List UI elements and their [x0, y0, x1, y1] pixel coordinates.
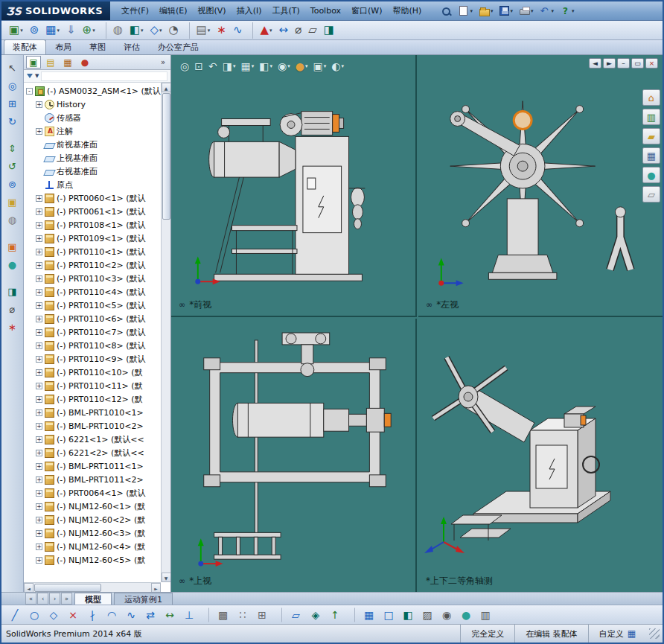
- save-icon[interactable]: ▾: [497, 4, 515, 17]
- pan-icon[interactable]: ⊞: [4, 97, 21, 111]
- viewport-single-icon[interactable]: □: [381, 608, 396, 622]
- tab-scroll-button[interactable]: »: [61, 593, 72, 605]
- display-style-icon[interactable]: ▨: [420, 608, 435, 622]
- sketch-relations-icon[interactable]: ⊥: [182, 608, 197, 622]
- menubar-item[interactable]: Toolbox: [305, 4, 346, 18]
- expand-toggle[interactable]: +: [36, 517, 42, 523]
- viewport-pane-left[interactable]: ∞ *左视: [418, 55, 663, 317]
- custom-properties-icon[interactable]: ▱: [642, 186, 660, 203]
- scroll-left-icon[interactable]: ◄: [24, 583, 33, 593]
- scene-icon[interactable]: ▥: [478, 608, 493, 622]
- clearance-verification-icon[interactable]: ↔: [278, 22, 290, 39]
- section-view-icon[interactable]: ◨ ▾: [223, 61, 236, 71]
- expand-toggle[interactable]: +: [36, 409, 42, 416]
- expand-toggle[interactable]: +: [36, 235, 42, 242]
- tab-scroll-button[interactable]: ‹: [37, 593, 48, 605]
- tree-item[interactable]: + (-) BML-PRT1010<1>: [24, 406, 161, 419]
- close-icon[interactable]: ×: [645, 58, 658, 68]
- menubar-item[interactable]: 文件(F): [116, 3, 154, 19]
- appearances-icon[interactable]: ●: [459, 608, 473, 622]
- scroll-down-icon[interactable]: ▼: [162, 573, 171, 582]
- viewport-pane-isometric[interactable]: *上下二等角轴测: [418, 319, 663, 592]
- tree-item[interactable]: + (-) PRT0110<1> (默认: [24, 245, 161, 258]
- isolate-icon[interactable]: ▣: [4, 240, 21, 254]
- tab-scroll-button[interactable]: «: [25, 593, 36, 605]
- tree-item[interactable]: + (-) PRT0110<2> (默认: [24, 258, 161, 272]
- tab-scroll-button[interactable]: ›: [49, 593, 60, 605]
- expand-toggle[interactable]: +: [36, 557, 42, 564]
- tree-item[interactable]: + (-) NLJM12-60<4> (默: [24, 540, 161, 553]
- new-document-icon[interactable]: ▾: [456, 4, 475, 17]
- hide-show-items-icon[interactable]: ◉ ▾: [278, 61, 290, 71]
- explode-line-sketch-icon[interactable]: ∿: [232, 22, 244, 39]
- expand-toggle[interactable]: +: [36, 423, 42, 430]
- move-component-icon[interactable]: ⊕ ▾: [81, 22, 97, 39]
- tree-item[interactable]: + (-) NLJM12-60<2> (默: [24, 513, 161, 526]
- view-settings-icon[interactable]: ◐ ▾: [331, 61, 344, 71]
- tree-item[interactable]: + (-) BML-PRT1011<2>: [24, 473, 161, 486]
- tree-item[interactable]: + (-) PRT0064<1> (默认: [24, 486, 161, 500]
- sketch-line-icon[interactable]: ╱: [7, 608, 22, 622]
- solidworks-resources-icon[interactable]: ⌂: [642, 89, 660, 106]
- move-component-icon[interactable]: ⇕: [4, 141, 21, 156]
- design-library-icon[interactable]: ▥: [642, 109, 660, 125]
- expand-toggle[interactable]: [36, 155, 42, 162]
- expand-toggle[interactable]: +: [36, 463, 42, 470]
- quick-snaps-icon[interactable]: ⊞: [255, 608, 269, 622]
- expand-toggle[interactable]: +: [36, 342, 42, 349]
- filter-funnel-icon[interactable]: [27, 74, 33, 78]
- tree-item[interactable]: 上视基准面: [24, 151, 161, 165]
- expand-toggle[interactable]: +: [36, 530, 42, 537]
- tree-item[interactable]: + (-) PRT0109<1> (默认: [24, 232, 161, 245]
- displaymanager-tab-icon[interactable]: ●: [77, 56, 92, 68]
- menubar-item[interactable]: 编辑(E): [154, 3, 193, 19]
- hide-show-icon[interactable]: ◉: [439, 608, 454, 622]
- print-icon[interactable]: ▾: [517, 5, 536, 16]
- expand-toggle[interactable]: +: [36, 490, 42, 497]
- menubar-item[interactable]: 插入(I): [232, 3, 267, 19]
- mate-icon[interactable]: ⊚: [28, 22, 41, 39]
- tree-item[interactable]: + 注解: [24, 124, 161, 138]
- tree-vertical-scrollbar[interactable]: ▲ ▼: [161, 83, 170, 582]
- sketch-spline-icon[interactable]: ∿: [124, 608, 138, 622]
- section-view-icon[interactable]: ◨: [322, 22, 336, 39]
- expand-toggle[interactable]: +: [36, 316, 42, 322]
- snap-grid-icon[interactable]: ▩: [208, 608, 231, 622]
- expand-toggle[interactable]: +: [36, 222, 42, 229]
- bill-of-materials-icon[interactable]: ▤ ▾: [189, 22, 212, 39]
- scrollbar-thumb[interactable]: [162, 93, 170, 220]
- display-style-icon[interactable]: ◧ ▾: [259, 61, 272, 71]
- expand-toggle[interactable]: +: [36, 101, 42, 108]
- expand-toggle[interactable]: +: [36, 356, 42, 363]
- expand-toggle[interactable]: -: [26, 88, 33, 95]
- tree-item[interactable]: + (-) PRT0060<1> (默认: [24, 191, 161, 205]
- expand-toggle[interactable]: +: [36, 503, 42, 510]
- hide-component-icon[interactable]: ◍: [4, 213, 21, 227]
- expand-toggle[interactable]: +: [36, 289, 42, 296]
- tree-item[interactable]: + (-) PRT0061<1> (默认: [24, 205, 161, 218]
- expand-toggle[interactable]: [36, 115, 42, 121]
- filter-caret-icon[interactable]: ▼: [35, 73, 39, 79]
- show-hidden-components-icon[interactable]: ◍: [106, 22, 124, 39]
- tree-item[interactable]: + (-) NLJM12-60<5> (默: [24, 553, 161, 567]
- sketch-circle-icon[interactable]: ○: [27, 608, 42, 622]
- expand-toggle[interactable]: [36, 182, 42, 188]
- commandmanager-tab[interactable]: 办公室产品: [149, 39, 208, 54]
- interference-detection-icon[interactable]: ▲ ▾: [252, 22, 273, 39]
- expand-toggle[interactable]: +: [36, 302, 42, 309]
- commandmanager-tab[interactable]: 评估: [115, 39, 149, 54]
- menubar-item[interactable]: 视图(V): [193, 3, 232, 19]
- expand-toggle[interactable]: +: [36, 195, 42, 202]
- assembly-features-icon[interactable]: ◧ ▾: [128, 22, 145, 39]
- menubar-item[interactable]: 工具(T): [266, 3, 304, 19]
- 3d-sketch-icon[interactable]: ◈: [308, 608, 323, 622]
- resize-grip[interactable]: [649, 628, 660, 639]
- tree-item[interactable]: + (-) PRT0110<11> (默: [24, 379, 161, 392]
- sketch-polygon-icon[interactable]: ◇: [46, 608, 61, 622]
- expand-toggle[interactable]: +: [36, 329, 42, 336]
- tree-item[interactable]: 右视基准面: [24, 165, 161, 178]
- document-tab[interactable]: 运动算例1: [114, 593, 173, 605]
- rotate-view-icon[interactable]: ↻: [4, 115, 21, 129]
- commandmanager-tab[interactable]: 装配体: [4, 39, 46, 54]
- rotate-component-icon[interactable]: ↺: [4, 159, 21, 173]
